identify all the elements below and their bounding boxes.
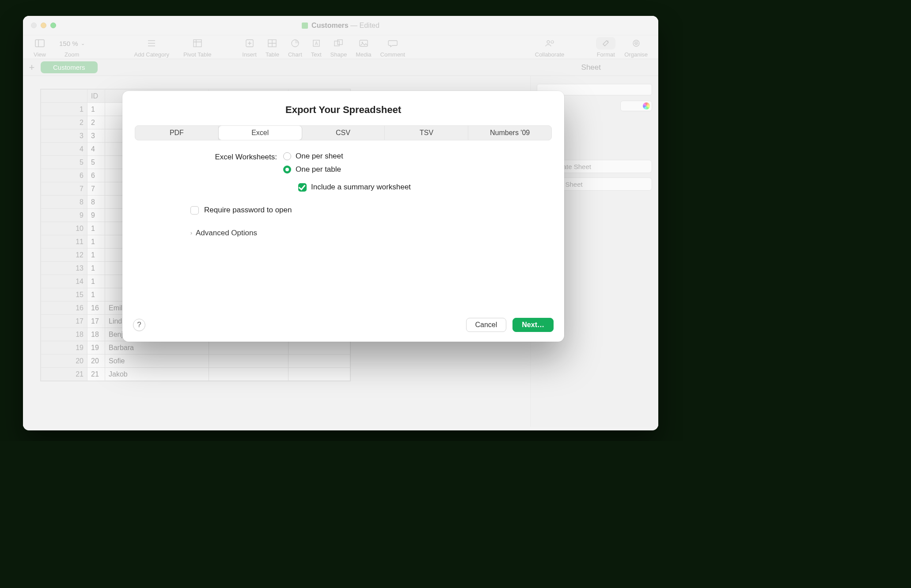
export-dialog-title: Export Your Spreadsheet	[122, 104, 564, 116]
chevron-right-icon: ›	[190, 230, 192, 236]
sheet-tab-customers[interactable]: Customers	[41, 61, 98, 73]
row-number: 18	[41, 328, 87, 341]
media-icon	[359, 37, 368, 49]
radio-one-per-table-label: One per table	[296, 165, 341, 174]
cell-id[interactable]: 1	[87, 235, 105, 249]
cell-id[interactable]: 7	[87, 182, 105, 196]
toolbar-collaborate[interactable]: Collaborate	[525, 37, 574, 58]
cell-id[interactable]: 5	[87, 156, 105, 169]
toolbar-comment[interactable]: Comment	[376, 37, 410, 58]
export-tab-excel[interactable]: Excel	[218, 125, 302, 140]
cell-name[interactable]: Barbara	[105, 341, 209, 354]
sheet-color-picker[interactable]	[620, 101, 652, 111]
add-sheet-button[interactable]: +	[23, 62, 41, 73]
svg-point-23	[607, 41, 608, 41]
cell-name[interactable]: Sofie	[105, 354, 209, 368]
cell-name[interactable]: Jakob	[105, 368, 209, 381]
cell-id[interactable]: 1	[87, 275, 105, 288]
cell-id[interactable]: 2	[87, 116, 105, 129]
checkbox-include-summary[interactable]: Include a summary worksheet	[298, 183, 411, 192]
export-tab-csv[interactable]: CSV	[302, 126, 385, 140]
toolbar-organise[interactable]: Organise	[620, 37, 652, 58]
toolbar-add-category[interactable]: Add Category	[125, 37, 179, 58]
toolbar-table-label: Table	[266, 51, 279, 58]
checkbox-require-password[interactable]: Require password to open	[190, 206, 538, 215]
radio-one-per-sheet[interactable]: One per sheet	[283, 152, 411, 161]
maximize-window-button[interactable]	[50, 23, 56, 28]
row-number: 20	[41, 354, 87, 368]
row-number: 21	[41, 368, 87, 381]
help-button[interactable]: ?	[133, 319, 145, 331]
toolbar-chart[interactable]: Chart	[284, 37, 307, 58]
table-row[interactable]: 2121Jakob	[41, 368, 350, 381]
pivot-icon	[193, 37, 202, 49]
advanced-options-toggle[interactable]: › Advanced Options	[190, 229, 538, 237]
zoom-control[interactable]: 150 %⌄	[55, 37, 89, 49]
cell-id[interactable]: 8	[87, 196, 105, 209]
table-row[interactable]: 1919Barbara	[41, 341, 350, 354]
cell-id[interactable]: 3	[87, 129, 105, 143]
cell-id[interactable]: 9	[87, 209, 105, 222]
toolbar-zoom[interactable]: 150 %⌄ Zoom	[50, 37, 94, 58]
minimize-window-button[interactable]	[41, 23, 46, 28]
worksheets-label: Excel Worksheets:	[149, 152, 277, 162]
toolbar-add-category-label: Add Category	[134, 51, 170, 58]
cell-id[interactable]: 4	[87, 143, 105, 156]
cancel-button[interactable]: Cancel	[466, 318, 507, 332]
toolbar-table[interactable]: Table	[261, 37, 284, 58]
cell[interactable]	[288, 368, 350, 381]
window-title: Customers — Edited	[302, 22, 380, 30]
cell[interactable]	[288, 354, 350, 368]
cell-id[interactable]: 1	[87, 249, 105, 262]
export-tab-tsv[interactable]: TSV	[385, 126, 468, 140]
toolbar-pivot-label: Pivot Table	[183, 51, 211, 58]
cell-id[interactable]: 19	[87, 341, 105, 354]
cell-id[interactable]: 6	[87, 169, 105, 182]
cell-id[interactable]: 17	[87, 315, 105, 328]
toolbar-media-label: Media	[356, 51, 371, 58]
chevron-down-icon: ⌄	[81, 41, 85, 46]
doc-status: Edited	[360, 22, 380, 29]
cell-id[interactable]: 1	[87, 262, 105, 275]
close-window-button[interactable]	[31, 23, 37, 28]
svg-point-21	[547, 41, 550, 43]
toolbar-media[interactable]: Media	[351, 37, 376, 58]
radio-one-per-sheet-label: One per sheet	[296, 152, 343, 161]
row-number: 4	[41, 143, 87, 156]
numbers-doc-icon	[302, 23, 308, 29]
radio-one-per-table[interactable]: One per table	[283, 165, 411, 174]
toolbar: View 150 %⌄ Zoom Add Category Pivot Tabl…	[23, 35, 658, 59]
export-format-tabs: PDF Excel CSV TSV Numbers '09	[135, 125, 552, 140]
next-button[interactable]: Next…	[512, 318, 554, 332]
text-icon: A	[312, 37, 321, 49]
cell-id[interactable]: 20	[87, 354, 105, 368]
toolbar-comment-label: Comment	[380, 51, 405, 58]
table-row[interactable]: 2020Sofie	[41, 354, 350, 368]
cell[interactable]	[209, 341, 288, 354]
row-number: 9	[41, 209, 87, 222]
toolbar-insert[interactable]: Insert	[238, 37, 261, 58]
toolbar-view[interactable]: View	[29, 37, 50, 58]
cell[interactable]	[288, 341, 350, 354]
toolbar-text[interactable]: A Text	[307, 37, 326, 58]
cell-id[interactable]: 1	[87, 103, 105, 116]
cell-id[interactable]: 1	[87, 222, 105, 235]
col-header-id[interactable]: ID	[87, 90, 105, 103]
chart-icon	[291, 37, 300, 49]
svg-rect-17	[334, 41, 339, 46]
table-icon	[268, 37, 277, 49]
svg-rect-18	[338, 40, 342, 45]
toolbar-pivot-table[interactable]: Pivot Table	[179, 37, 216, 58]
toolbar-shape[interactable]: Shape	[326, 37, 352, 58]
list-icon	[147, 37, 156, 49]
cell[interactable]	[209, 368, 288, 381]
cell-id[interactable]: 21	[87, 368, 105, 381]
cell[interactable]	[209, 354, 288, 368]
toolbar-format[interactable]: Format	[592, 37, 620, 58]
export-tab-pdf[interactable]: PDF	[135, 126, 219, 140]
row-number: 17	[41, 315, 87, 328]
cell-id[interactable]: 16	[87, 302, 105, 315]
cell-id[interactable]: 1	[87, 288, 105, 302]
export-tab-numbers09[interactable]: Numbers '09	[468, 126, 551, 140]
cell-id[interactable]: 18	[87, 328, 105, 341]
